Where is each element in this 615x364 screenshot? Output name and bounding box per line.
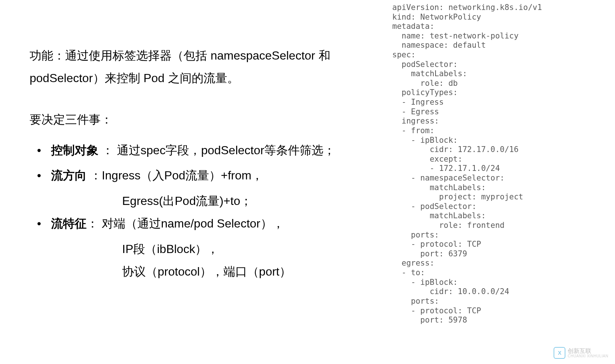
bullet-list: 控制对象 ： 通过spec字段，podSelector等条件筛选； 流方向 ：I…: [30, 139, 377, 283]
bullet-item-control-object: 控制对象 ： 通过spec字段，podSelector等条件筛选；: [37, 139, 377, 162]
bullet-text: 对端（通过name/pod Selector），: [98, 217, 284, 230]
bullet-item-flow-direction: 流方向 ：Ingress（入Pod流量）+from，: [37, 164, 377, 187]
watermark-sub: CHUANXI XINHULIAN: [568, 354, 608, 358]
watermark-logo-icon: X: [554, 347, 565, 359]
intro-text: 功能：通过使用标签选择器（包括 namespaceSelector 和 podS…: [30, 44, 377, 90]
bullet-continuation: IP段（ibBlock），: [37, 238, 377, 260]
bullet-item-flow-feature: 流特征： 对端（通过name/pod Selector），: [37, 212, 377, 235]
bullet-text: Ingress（入Pod流量）+from，: [102, 169, 263, 182]
bullet-sep: ：: [98, 144, 114, 157]
watermark-brand: 创新互联: [568, 348, 608, 354]
watermark-text: 创新互联 CHUANXI XINHULIAN: [568, 348, 608, 358]
bullet-text: 通过spec字段，podSelector等条件筛选；: [117, 144, 335, 157]
yaml-code-block: apiVersion: networking.k8s.io/v1 kind: N…: [392, 3, 611, 325]
bullet-label: 流方向: [51, 169, 87, 182]
bullet-continuation: Egress(出Pod流量)+to；: [37, 190, 377, 212]
bullet-label: 控制对象: [51, 144, 98, 157]
bullet-sep: ：: [87, 169, 102, 182]
subtitle-text: 要决定三件事：: [30, 112, 377, 128]
bullet-continuation: 协议（protocol），端口（port）: [37, 260, 377, 283]
bullet-sep: ：: [87, 217, 98, 230]
slide-content: 功能：通过使用标签选择器（包括 namespaceSelector 和 podS…: [30, 44, 377, 283]
watermark: X 创新互联 CHUANXI XINHULIAN: [554, 347, 608, 359]
bullet-label: 流特征: [51, 217, 87, 230]
